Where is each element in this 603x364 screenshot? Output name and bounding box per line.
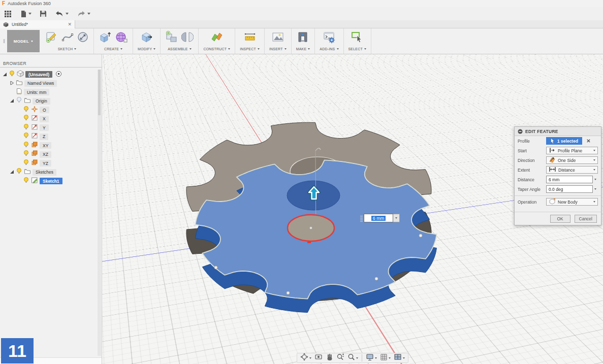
tab-close-icon[interactable]: ✕ [68,22,72,27]
visibility-bulb-icon[interactable] [16,168,22,177]
display-tool-button[interactable] [365,353,378,363]
app-grid-button[interactable] [4,10,12,18]
scripts-icon[interactable] [323,30,336,46]
profile-selected-chip[interactable]: 1 selected [546,137,582,145]
tree-row-xz[interactable]: XZ [0,150,102,159]
vertex-marker[interactable] [214,266,217,269]
redo-button[interactable] [77,11,90,17]
layout-tool-button[interactable] [393,353,406,363]
extent-dropdown[interactable]: Distance [546,166,598,174]
collapsed-expander-icon[interactable] [9,81,14,86]
ribbon-grip[interactable]: ‖ [2,28,6,54]
tree-item-label[interactable]: (Unsaved) [25,71,52,78]
visibility-bulb-icon[interactable] [9,70,15,79]
tree-row-z[interactable]: Z [0,133,102,142]
ribbon-group-label[interactable]: ASSEMBLE [168,47,191,51]
pan-tool-button[interactable] [325,353,334,363]
ribbon-group-label[interactable]: SELECT [348,47,366,51]
collapse-icon[interactable] [518,129,523,134]
tree-item-label[interactable]: Units: mm [24,89,49,95]
taper-angle-input[interactable]: 0.0 deg [546,185,593,193]
drag-handle[interactable] [360,214,363,222]
tree-item-label[interactable]: Sketches [33,169,56,176]
ribbon-group-label[interactable]: MAKE [296,47,310,51]
visibility-bulb-icon[interactable] [23,177,29,186]
expanded-expander-icon[interactable] [9,98,14,104]
tree-item-label[interactable]: XY [40,142,51,149]
distance-dropdown-caret[interactable] [393,214,400,222]
input-caret[interactable] [593,188,598,190]
dimension-input[interactable]: 6 mm [360,213,400,223]
ribbon-group-label[interactable]: INSERT [269,47,287,51]
construct-plane-icon[interactable] [210,30,224,46]
distance-input[interactable]: 6 mm [546,176,593,183]
insert-image-icon[interactable] [271,30,284,46]
orbit-tool-button[interactable] [299,352,312,363]
visibility-bulb-icon[interactable] [23,132,29,141]
distance-value-field[interactable]: 6 mm [364,214,393,222]
direction-dropdown[interactable]: One Side [546,156,598,164]
circle-diameter-icon[interactable] [77,31,89,45]
vertex-marker[interactable] [375,277,378,280]
print-3d-icon[interactable] [296,30,309,46]
clear-selection-icon[interactable]: ✕ [586,138,590,144]
activate-target-icon[interactable] [55,70,62,79]
start-dropdown[interactable]: Profile Plane [546,147,598,154]
tree-row-origin[interactable]: Origin [0,97,102,106]
document-tab[interactable]: Untitled* ✕ [0,20,75,28]
ribbon-group-label[interactable]: CREATE [104,47,122,51]
operation-dropdown[interactable]: New Body [546,198,598,206]
tree-row-y[interactable]: Y [0,123,102,133]
dialog-header[interactable]: EDIT FEATURE [515,127,601,136]
visibility-bulb-icon[interactable] [23,150,29,159]
tree-row-sketch1[interactable]: Sketch1 [0,177,102,186]
visibility-bulb-icon[interactable] [23,123,29,133]
visibility-bulb-icon[interactable] [23,159,29,168]
sketch-center-point[interactable] [309,226,312,229]
press-pull-icon[interactable] [140,30,153,46]
ribbon-group-label[interactable]: SKETCH [58,47,77,51]
ribbon-group-label[interactable]: ADD-INS [320,47,338,51]
tree-row-o[interactable]: O [0,106,102,115]
new-component-icon[interactable] [165,30,178,46]
tree-item-label[interactable]: Z [40,134,48,140]
fit-tool-button[interactable] [346,353,359,363]
tree-row-sketches[interactable]: Sketches [0,168,102,177]
cancel-button[interactable]: Cancel [575,215,597,223]
tree-item-label[interactable]: O [40,107,49,113]
vertex-marker[interactable] [287,291,290,294]
visibility-bulb-icon[interactable] [16,96,22,106]
tree-item-label[interactable]: X [40,116,49,122]
visibility-bulb-icon[interactable] [23,114,29,123]
sketch-create-icon[interactable] [45,30,58,46]
vertex-marker[interactable] [419,234,422,237]
ok-button[interactable]: OK [550,215,570,223]
browser-vertical-scrollbar[interactable] [98,70,101,356]
zoom-tool-button[interactable] [335,353,345,363]
joint-icon[interactable] [181,30,194,46]
ribbon-group-label[interactable]: CONSTRUCT [203,47,230,51]
tree-row-named-views[interactable]: Named Views [0,79,102,88]
tree-row-units--mm[interactable]: Units: mm [0,88,102,97]
save-button[interactable] [40,10,47,17]
spline-icon[interactable] [61,31,74,45]
tree-item-label[interactable]: Origin [33,98,50,105]
tree-item-label[interactable]: Sketch1 [40,178,62,184]
grid-toggle-tool-button[interactable] [379,353,392,363]
mesh-sphere-icon[interactable] [115,30,128,46]
file-menu-button[interactable] [20,10,31,18]
expanded-expander-icon[interactable] [2,72,7,77]
visibility-bulb-icon[interactable] [23,141,29,150]
tree-row-yz[interactable]: YZ [0,159,102,168]
tree-row--unsaved-[interactable]: (Unsaved) [0,70,102,79]
workspace-switcher[interactable]: MODEL [7,30,40,52]
tree-row-x[interactable]: X [0,115,102,124]
ribbon-group-label[interactable]: MODIFY [138,47,155,51]
ribbon-group-label[interactable]: INSPECT [240,47,260,51]
tree-item-label[interactable]: Named Views [24,80,57,87]
tree-item-label[interactable]: XZ [40,151,51,158]
expanded-expander-icon[interactable] [9,170,14,175]
tree-item-label[interactable]: YZ [40,160,51,167]
undo-button[interactable] [55,11,69,17]
visibility-bulb-icon[interactable] [23,106,29,115]
